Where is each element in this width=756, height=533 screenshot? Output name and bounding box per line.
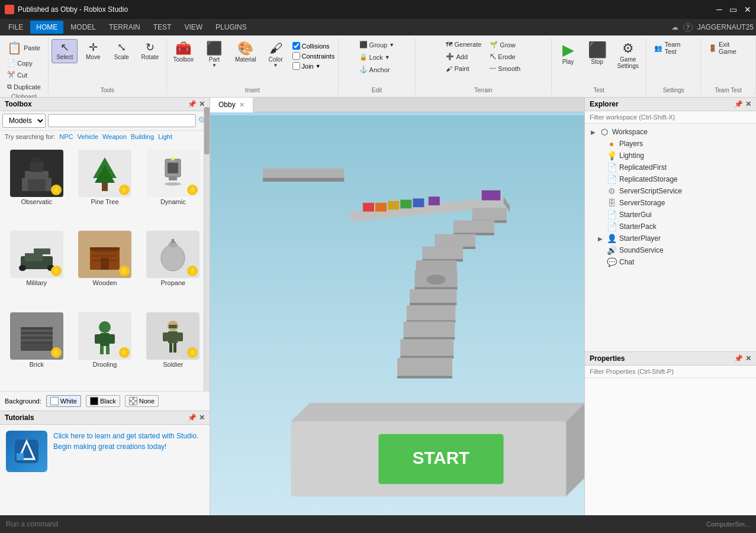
3d-scene[interactable]: START [210,115,584,515]
close-button[interactable]: ✕ [744,5,751,14]
constraints-checkbox[interactable]: Constraints [291,51,336,60]
material-icon: 🎨 [237,42,253,55]
properties-close-button[interactable]: ✕ [745,354,751,363]
suggestion-vehicle[interactable]: Vehicle [78,133,98,140]
explorer-close-button[interactable]: ✕ [745,100,751,108]
generate-button[interactable]: 🗺Generate [443,39,484,50]
stop-button[interactable]: ⬛ Stop [584,39,611,68]
cut-button[interactable]: ✂️Cut [4,69,30,80]
copy-button[interactable]: 📄Copy [4,57,36,69]
team-test-button[interactable]: 👥Team Test [651,39,696,57]
bg-white-option[interactable]: White [46,395,81,407]
add-button[interactable]: ➕Add [443,51,484,62]
properties-filter-input[interactable] [585,366,756,378]
help-icon[interactable]: ? [683,22,693,32]
menu-file[interactable]: FILE [2,21,29,34]
anchor-button[interactable]: ⚓Anchor [356,64,398,75]
duplicate-button[interactable]: ⧉Duplicate [4,81,44,92]
window-controls[interactable]: ─ ▭ ✕ [716,5,751,14]
toolbox-search-input[interactable] [48,114,196,127]
explorer-pin-button[interactable]: 📌 [734,100,743,108]
tree-item-starter-player[interactable]: ▶ 👤 StarterPlayer [585,232,756,244]
menu-home[interactable]: HOME [30,21,63,34]
explorer-filter-input[interactable] [585,111,756,124]
suggestion-building[interactable]: Building [131,133,154,140]
workspace-expand-icon[interactable]: ▶ [590,129,597,135]
svg-rect-3 [33,157,41,163]
tree-item-workspace[interactable]: ▶ ⬡ Workspace [585,126,756,138]
material-button[interactable]: 🎨 Material [231,39,260,66]
tutorials-header-buttons[interactable]: 📌 ✕ [188,414,205,422]
scale-button[interactable]: ⤡ Scale [108,39,134,63]
menu-plugins[interactable]: PLUGINS [210,21,253,34]
svg-rect-44 [163,332,169,341]
command-input[interactable] [6,520,706,528]
maximize-button[interactable]: ▭ [729,5,737,14]
group-button[interactable]: ⬛Group▼ [356,39,398,50]
obby-tab[interactable]: Obby ✕ [210,98,253,112]
tutorial-content[interactable]: Click here to learn and get started with… [0,425,210,478]
toolbox-pin-button[interactable]: 📌 [188,100,197,108]
starter-player-expand[interactable]: ▶ [597,235,604,242]
exit-game-button[interactable]: 🚪Exit Game [706,39,751,57]
toolbox-item-pine-tree[interactable]: ⭐ Pine Tree [73,147,136,224]
select-button[interactable]: ↖ Select [52,39,78,63]
smooth-button[interactable]: 〰Smooth [487,63,523,74]
toolbox-item-brick[interactable]: ⭐ Brick [5,310,68,386]
lock-button[interactable]: 🔒Lock▼ [356,51,398,63]
game-settings-button[interactable]: ⚙ Game Settings [613,39,643,72]
toolbox-header-buttons[interactable]: 📌 ✕ [188,100,205,108]
play-button[interactable]: ▶ Play [555,39,581,68]
tutorials-close-button[interactable]: ✕ [199,414,205,422]
tutorial-text[interactable]: Click here to learn and get started with… [53,431,204,452]
toolbox-item-propane[interactable]: ⭐ Propane [141,228,205,305]
tree-item-starter-gui[interactable]: 📄 StarterGui [585,209,756,221]
minimize-button[interactable]: ─ [716,5,722,14]
properties-pin-button[interactable]: 📌 [734,354,743,363]
paste-button[interactable]: 📋Paste [4,39,43,57]
menu-terrain[interactable]: TERRAIN [103,21,146,34]
rotate-button[interactable]: ↻ Rotate [137,39,163,63]
viewport[interactable]: Obby ✕ [210,98,584,515]
tree-item-replicated-first[interactable]: 📄 ReplicatedFirst [585,161,756,173]
toolbox-item-drooling[interactable]: ⭐ Drooling [73,310,136,386]
explorer-header-buttons[interactable]: 📌 ✕ [734,100,751,108]
toolbox-item-soldier[interactable]: ⭐ Soldier [141,310,205,386]
tree-item-lighting[interactable]: 💡 Lighting [585,150,756,161]
paint-terrain-button[interactable]: 🖌Paint [443,63,484,74]
toolbox-item-observatic[interactable]: ⭐ Observatic [5,147,68,224]
move-button[interactable]: ✛ Move [80,39,106,63]
svg-rect-42 [169,325,177,328]
toolbox-category-dropdown[interactable]: Models [2,114,46,128]
tree-item-sound-service[interactable]: 🔊 SoundService [585,244,756,256]
bg-black-option[interactable]: Black [86,395,120,407]
obby-tab-close[interactable]: ✕ [239,101,245,109]
toolbox-button[interactable]: 🧰 Toolbox [169,39,198,66]
menu-test[interactable]: TEST [147,21,178,34]
toolbox-item-wooden[interactable]: ⭐ Wooden [73,228,136,305]
stop-icon: ⬛ [588,42,607,57]
color-button[interactable]: 🖌 Color ▼ [263,39,289,71]
user-name[interactable]: JAGGERNAUT25 [697,23,754,31]
toolbox-item-military[interactable]: ⭐ Military [5,228,68,305]
tree-item-server-script-service[interactable]: ⚙ ServerScriptService [585,185,756,197]
menu-view[interactable]: VIEW [178,21,208,34]
toolbox-item-dynamic[interactable]: ⭐ Dynamic [141,147,205,224]
tutorials-pin-button[interactable]: 📌 [188,414,197,422]
menu-model[interactable]: MODEL [65,21,102,34]
suggestion-weapon[interactable]: Weapon [102,133,127,140]
bg-none-option[interactable]: None [125,395,159,407]
properties-header-buttons[interactable]: 📌 ✕ [734,354,751,363]
tree-item-replicated-storage[interactable]: 📄 ReplicatedStorage [585,173,756,185]
erode-button[interactable]: ⛏Erode [487,51,523,62]
tree-item-chat[interactable]: 💬 Chat [585,256,756,268]
suggestion-npc[interactable]: NPC [59,133,73,140]
tree-item-players[interactable]: ● Players [585,138,756,150]
tree-item-starter-pack[interactable]: 📄 StarterPack [585,221,756,232]
suggestion-light[interactable]: Light [158,133,172,140]
grow-button[interactable]: 🌱Grow [487,39,523,50]
tree-item-server-storage[interactable]: 🗄 ServerStorage [585,197,756,209]
collisions-checkbox[interactable]: Collisions [291,41,336,50]
join-checkbox[interactable]: Join ▼ [291,62,336,70]
part-button[interactable]: ⬛ Part ▼ [200,39,229,71]
